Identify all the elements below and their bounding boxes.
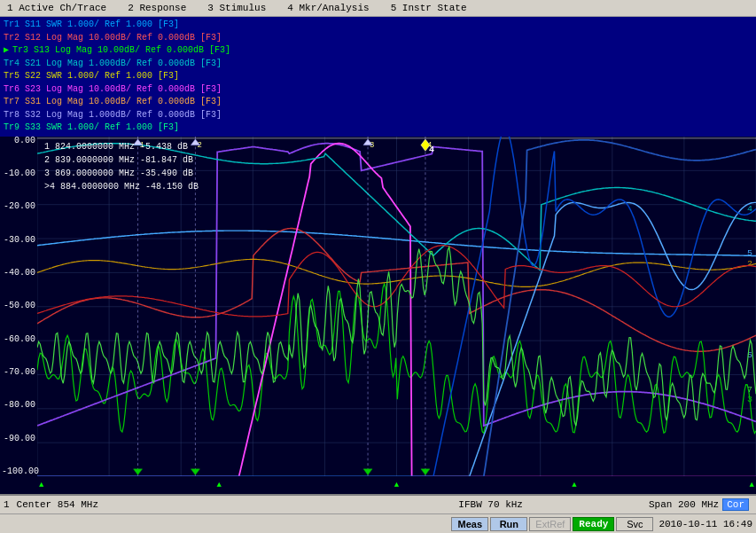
y-label-0: 0.00	[2, 137, 35, 145]
y-label-1: -10.00	[2, 169, 35, 178]
svg-text:5: 5	[747, 248, 752, 258]
y-axis: 0.00 -10.00 -20.00 -30.00 -40.00 -50.00 …	[0, 137, 37, 477]
trace-line-9: Tr9 S33 SWR 1.000/ Ref 1.000 [F3]	[4, 121, 752, 135]
trace-line-6: Tr6 S23 Log Mag 10.00dB/ Ref 0.000dB [F3…	[4, 83, 752, 97]
trace-7-text: Tr7 S31 Log Mag 10.00dB/ Ref 0.000dB [F3…	[4, 96, 222, 109]
trace-line-2: Tr2 S12 Log Mag 10.00dB/ Ref 0.000dB [F3…	[4, 32, 752, 45]
menu-stimulus[interactable]: 3 Stimulus	[204, 2, 269, 14]
datetime: 2010-10-11 16:49	[659, 519, 752, 529]
y-label-4: -40.00	[2, 269, 35, 278]
y-label-8: -80.00	[2, 401, 35, 410]
extref-button[interactable]: ExtRef	[529, 517, 571, 531]
y-label-5: -50.00	[2, 302, 35, 310]
trace-8-text: Tr8 S32 Log Mag 1.000dB/ Ref 0.000dB [F3…	[4, 109, 222, 122]
trace-line-8: Tr8 S32 Log Mag 1.000dB/ Ref 0.000dB [F3…	[4, 109, 752, 122]
trace-9-text: Tr9 S33 SWR 1.000/ Ref 1.000 [F3]	[4, 121, 179, 135]
trace-1-text: Tr1 S11 SWR 1.000/ Ref 1.000 [F3]	[4, 19, 179, 32]
menu-instr-state[interactable]: 5 Instr State	[387, 2, 471, 14]
svg-text:7: 7	[747, 384, 752, 394]
x-marker-5: ▲	[750, 481, 754, 490]
trace-line-1: Tr1 S11 SWR 1.000/ Ref 1.000 [F3]	[4, 19, 752, 32]
y-label-6: -60.00	[2, 335, 35, 344]
trace-line-5: Tr5 S22 SWR 1.000/ Ref 1.000 [F3]	[4, 70, 752, 83]
active-indicator: ▶	[4, 44, 9, 58]
y-label-7: -70.00	[2, 368, 35, 377]
y-label-9: -90.00	[2, 435, 35, 443]
ifbw: IFBW 70 kHz	[332, 499, 649, 510]
trace-line-4: Tr4 S21 Log Mag 1.000dB/ Ref 0.000dB [F3…	[4, 58, 752, 71]
trace-2-text: Tr2 S12 Log Mag 10.00dB/ Ref 0.000dB [F3…	[4, 32, 222, 45]
x-axis: ▲ ▲ ▲ ▲ ▲	[37, 476, 756, 494]
trace-legend: Tr1 S11 SWR 1.000/ Ref 1.000 [F3] Tr2 S1…	[0, 17, 756, 137]
menu-active-ch[interactable]: 1 Active Ch/Trace	[4, 2, 110, 14]
menu-response[interactable]: 2 Response	[124, 2, 190, 14]
svg-text:4: 4	[429, 145, 434, 154]
menu-bar: 1 Active Ch/Trace 2 Response 3 Stimulus …	[0, 0, 756, 17]
run-button[interactable]: Run	[490, 517, 527, 531]
trace-3-text: Tr3 S13 Log Mag 10.00dB/ Ref 0.000dB [F3…	[12, 44, 230, 58]
chart-area: 0.00 -10.00 -20.00 -30.00 -40.00 -50.00 …	[0, 137, 756, 495]
trace-4-text: Tr4 S21 Log Mag 1.000dB/ Ref 0.000dB [F3…	[4, 58, 222, 71]
x-marker-4: ▲	[572, 481, 576, 490]
y-label-2: -20.00	[2, 202, 35, 211]
trace-line-7: Tr7 S31 Log Mag 10.00dB/ Ref 0.000dB [F3…	[4, 96, 752, 109]
meas-button[interactable]: Meas	[451, 517, 488, 531]
channel-label: 1	[4, 499, 10, 510]
trace-line-3: ▶ Tr3 S13 Log Mag 10.00dB/ Ref 0.000dB […	[4, 44, 752, 58]
svg-text:2: 2	[747, 258, 752, 268]
y-label-3: -30.00	[2, 236, 35, 245]
svc-button[interactable]: Svc	[616, 517, 653, 531]
chart-svg: 53245712344	[37, 137, 756, 477]
x-marker-1: ▲	[39, 481, 43, 490]
span: Span 200 MHz	[649, 499, 719, 510]
cor-badge: Cor	[722, 498, 749, 511]
center-freq: Center 854 MHz	[17, 499, 333, 510]
ready-status: Ready	[573, 517, 614, 531]
svg-text:3: 3	[747, 395, 752, 404]
menu-mkr-analysis[interactable]: 4 Mkr/Analysis	[284, 2, 372, 14]
x-marker-2: ▲	[216, 481, 221, 490]
trace-6-text: Tr6 S23 Log Mag 10.00dB/ Ref 0.000dB [F3…	[4, 83, 222, 97]
trace-5-text: Tr5 S22 SWR 1.000/ Ref 1.000 [F3]	[4, 70, 179, 83]
x-marker-3: ▲	[394, 481, 399, 490]
y-label-10: -100.00	[2, 467, 35, 476]
